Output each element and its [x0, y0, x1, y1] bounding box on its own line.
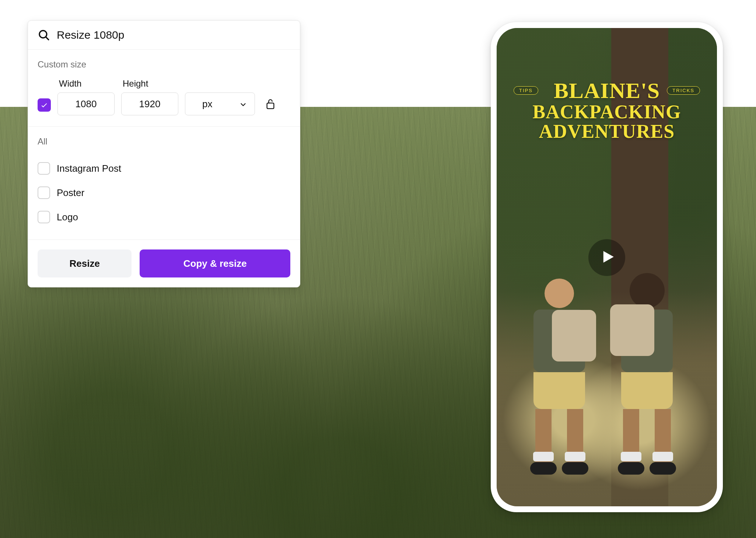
play-button[interactable]	[588, 239, 625, 276]
width-label: Width	[57, 78, 115, 89]
unit-select[interactable]: px	[185, 92, 255, 115]
size-option-logo[interactable]: Logo	[38, 205, 290, 229]
poster-title-line1: BLAINE'S	[497, 80, 717, 102]
checkbox-unchecked[interactable]	[38, 186, 50, 199]
poster-illustration	[519, 181, 695, 468]
chevron-down-icon	[239, 100, 247, 108]
copy-and-resize-button[interactable]: Copy & resize	[140, 249, 290, 277]
poster-title-line2: BACKPACKING	[497, 102, 717, 122]
width-input[interactable]: 1080	[57, 92, 115, 115]
resize-panel: Custom size Width 1080 Height 1920 . px	[28, 20, 300, 287]
svg-rect-2	[267, 103, 274, 109]
size-option-label: Poster	[57, 187, 84, 199]
svg-line-1	[46, 37, 49, 40]
width-column: Width 1080	[57, 78, 115, 115]
custom-size-checkbox[interactable]	[38, 98, 51, 112]
aspect-lock-button[interactable]	[262, 92, 279, 115]
kid-right	[614, 273, 680, 468]
search-input[interactable]	[57, 29, 290, 41]
custom-size-section: Custom size Width 1080 Height 1920 . px	[28, 50, 300, 127]
size-option-label: Logo	[57, 212, 78, 223]
all-sizes-section: All Instagram Post Poster Logo	[28, 127, 300, 240]
unlock-icon	[265, 98, 276, 110]
poster-title-line3: ADVENTURES	[497, 122, 717, 141]
height-input[interactable]: 1920	[121, 92, 178, 115]
panel-footer: Resize Copy & resize	[28, 240, 300, 287]
resize-button[interactable]: Resize	[38, 249, 132, 277]
search-row	[28, 21, 300, 50]
unit-column: . px	[185, 78, 255, 115]
poster-title: BLAINE'S BACKPACKING ADVENTURES	[497, 80, 717, 141]
height-column: Height 1920	[121, 78, 178, 115]
play-icon	[598, 249, 616, 266]
checkbox-unchecked[interactable]	[38, 211, 50, 223]
phone-screen: TIPS TRICKS BLAINE'S BACKPACKING ADVENTU…	[497, 28, 717, 506]
height-label: Height	[121, 78, 178, 89]
checkbox-unchecked[interactable]	[38, 162, 50, 175]
search-icon	[38, 29, 50, 41]
kid-left	[526, 279, 592, 468]
size-option-poster[interactable]: Poster	[38, 181, 290, 205]
phone-mockup: TIPS TRICKS BLAINE'S BACKPACKING ADVENTU…	[491, 22, 723, 512]
unit-value: px	[202, 98, 212, 110]
size-option-instagram-post[interactable]: Instagram Post	[38, 156, 290, 181]
dimensions-row: Width 1080 Height 1920 . px	[38, 78, 290, 115]
size-option-label: Instagram Post	[57, 163, 121, 174]
custom-size-title: Custom size	[38, 59, 290, 70]
all-sizes-title: All	[38, 136, 290, 147]
